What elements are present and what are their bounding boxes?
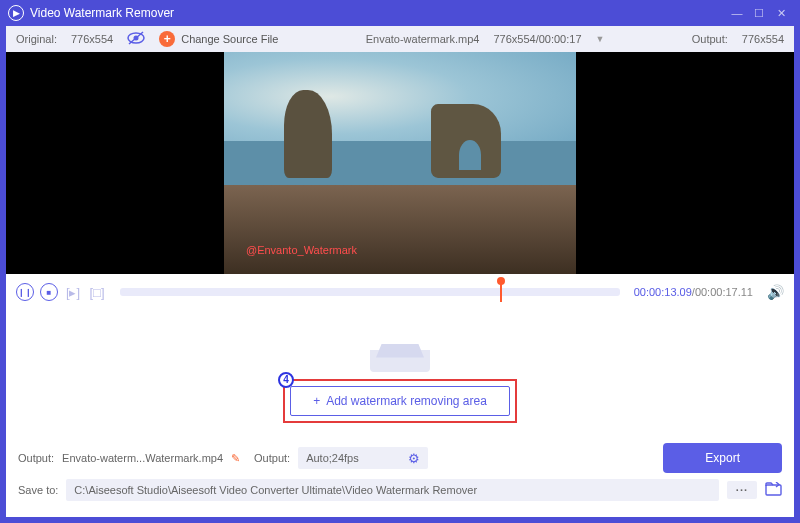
output-label: Output: bbox=[692, 33, 728, 45]
original-dims: 776x554 bbox=[71, 33, 113, 45]
svg-rect-3 bbox=[766, 485, 781, 495]
playhead[interactable] bbox=[500, 282, 502, 302]
frame-forward-button[interactable]: [▸] bbox=[64, 283, 82, 301]
save-to-label: Save to: bbox=[18, 484, 58, 496]
close-button[interactable]: ✕ bbox=[770, 7, 792, 20]
minimize-button[interactable]: — bbox=[726, 7, 748, 19]
change-source-label: Change Source File bbox=[181, 33, 278, 45]
export-button[interactable]: Export bbox=[663, 443, 782, 473]
chevron-down-icon[interactable]: ▼ bbox=[596, 34, 605, 44]
output-dims: 776x554 bbox=[742, 33, 784, 45]
visibility-toggle-icon[interactable] bbox=[127, 31, 145, 48]
pause-button[interactable]: ❙❙ bbox=[16, 283, 34, 301]
output-settings-field[interactable]: Auto;24fps ⚙ bbox=[298, 447, 428, 469]
browse-path-button[interactable]: ··· bbox=[727, 481, 757, 499]
drop-area: 4 + Add watermark removing area bbox=[6, 310, 794, 437]
app-title: Video Watermark Remover bbox=[30, 6, 726, 20]
stop-button[interactable]: ■ bbox=[40, 283, 58, 301]
output-file-label: Output: bbox=[18, 452, 54, 464]
output-settings-value: Auto;24fps bbox=[306, 452, 359, 464]
plus-circle-icon: + bbox=[159, 31, 175, 47]
time-current: 00:00:13.09 bbox=[634, 286, 692, 298]
open-folder-icon[interactable] bbox=[765, 482, 782, 499]
inbox-tray-icon bbox=[370, 332, 430, 372]
source-filename: Envato-watermark.mp4 bbox=[366, 33, 480, 45]
watermark-overlay-text: @Envanto_Watermark bbox=[246, 244, 357, 256]
change-source-button[interactable]: + Change Source File bbox=[159, 31, 278, 47]
app-logo-icon: ▶ bbox=[8, 5, 24, 21]
output-settings-label: Output: bbox=[254, 452, 290, 464]
source-dims-time: 776x554/00:00:17 bbox=[493, 33, 581, 45]
add-watermark-area-label: Add watermark removing area bbox=[326, 394, 487, 408]
info-bar: Original: 776x554 + Change Source File E… bbox=[6, 26, 794, 52]
step-badge: 4 bbox=[278, 372, 294, 388]
window-body: Original: 776x554 + Change Source File E… bbox=[0, 26, 800, 523]
timeline-slider[interactable] bbox=[120, 288, 620, 296]
gear-icon[interactable]: ⚙ bbox=[408, 451, 420, 466]
save-path-field[interactable]: C:\Aiseesoft Studio\Aiseesoft Video Conv… bbox=[66, 479, 718, 501]
plus-icon: + bbox=[313, 394, 320, 408]
video-frame: @Envanto_Watermark bbox=[224, 52, 576, 274]
edit-filename-icon[interactable]: ✎ bbox=[231, 452, 240, 465]
output-filename: Envato-waterm...Watermark.mp4 bbox=[62, 452, 223, 464]
frame-back-button[interactable]: [□] bbox=[88, 283, 106, 301]
bottom-panel: Output: Envato-waterm...Watermark.mp4 ✎ … bbox=[6, 437, 794, 517]
titlebar: ▶ Video Watermark Remover — ☐ ✕ bbox=[0, 0, 800, 26]
maximize-button[interactable]: ☐ bbox=[748, 7, 770, 20]
time-duration: 00:00:17.11 bbox=[695, 286, 753, 298]
volume-icon[interactable]: 🔊 bbox=[767, 284, 784, 300]
time-display: 00:00:13.09/00:00:17.11 bbox=[634, 286, 753, 298]
add-watermark-area-button[interactable]: + Add watermark removing area bbox=[290, 386, 510, 416]
playback-controls: ❙❙ ■ [▸] [□] 00:00:13.09/00:00:17.11 🔊 bbox=[6, 274, 794, 310]
video-preview[interactable]: @Envanto_Watermark bbox=[6, 52, 794, 274]
original-label: Original: bbox=[16, 33, 57, 45]
